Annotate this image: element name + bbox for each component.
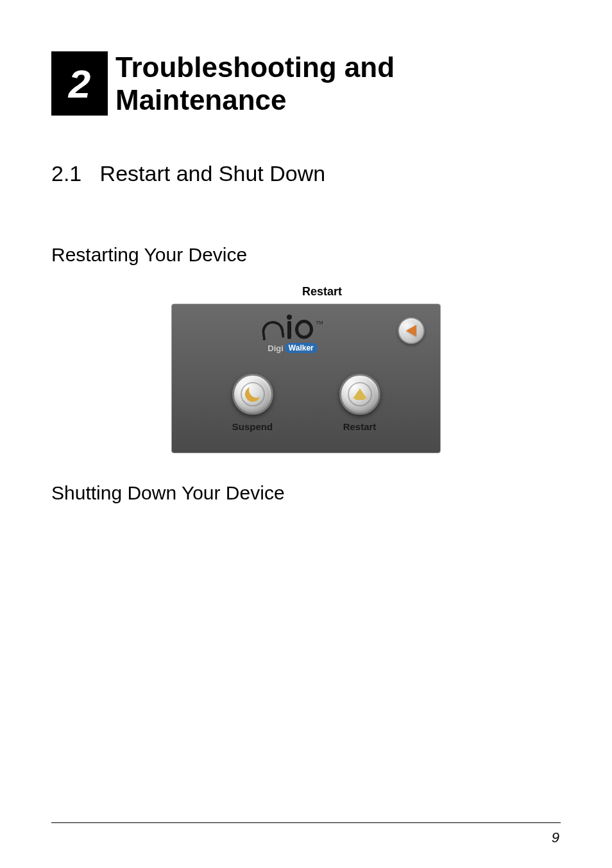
device-screenshot: TM Digi Walker Suspend [171,304,441,453]
moon-icon [242,385,262,404]
chapter-number-box: 2 [51,51,108,116]
logo-tm: TM [316,320,323,326]
subsection-shutting-down: Shutting Down Your Device [51,482,561,504]
restart-icon [353,387,367,401]
logo-o-icon [295,320,313,339]
chapter-header: 2 Troubleshooting and Maintenance [51,51,561,116]
restart-caption: Restart [83,285,561,299]
chapter-title: Troubleshooting and Maintenance [115,51,561,116]
suspend-button[interactable] [232,374,273,415]
restart-button[interactable] [339,374,380,415]
logo-digi-text: Digi [268,343,284,353]
device-logo: TM Digi Walker [187,317,398,353]
chapter-number: 2 [69,61,90,107]
subsection-restarting: Restarting Your Device [51,244,561,266]
restart-button-label: Restart [343,421,377,432]
section-title: Restart and Shut Down [100,161,326,186]
back-button[interactable] [398,317,425,344]
section-number: 2.1 [51,161,81,186]
logo-swoosh-icon [260,320,285,340]
section-heading: 2.1 Restart and Shut Down [51,161,561,186]
logo-walker-badge: Walker [285,343,318,353]
footer-divider [51,822,561,823]
logo-i-icon [287,321,291,339]
page-number: 9 [552,829,559,846]
suspend-label: Suspend [232,421,273,432]
back-arrow-icon [406,325,416,336]
